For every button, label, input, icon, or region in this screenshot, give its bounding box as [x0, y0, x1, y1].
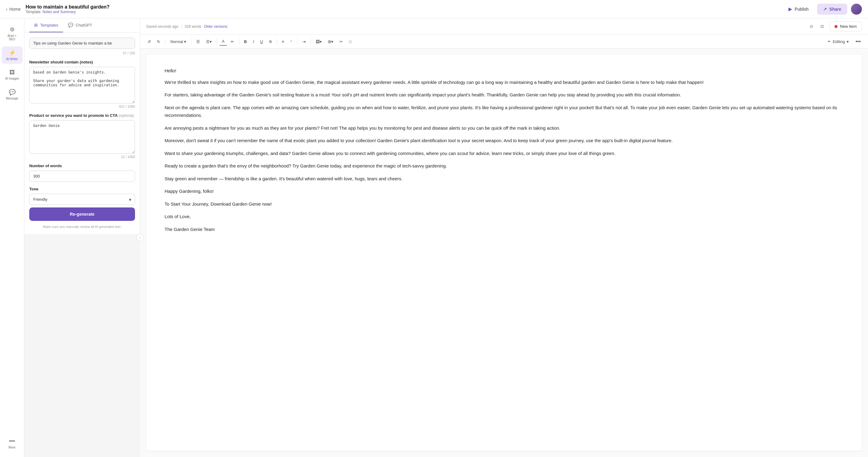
- pencil-icon: ✏: [828, 39, 831, 44]
- share-button[interactable]: ↗ Share: [817, 4, 847, 15]
- editor-content[interactable]: Hello! We're thrilled to share insights …: [146, 55, 862, 451]
- cta-textarea[interactable]: [29, 120, 135, 154]
- doc-template: Template: Notes and Summary: [26, 10, 110, 14]
- cta-char-count: 12 / 1000: [29, 155, 135, 159]
- text-color-button[interactable]: A: [219, 37, 227, 46]
- notes-textarea[interactable]: [29, 67, 135, 104]
- message-icon: 💬: [9, 89, 16, 95]
- saved-status: Saved seconds ago: [146, 24, 178, 29]
- more-icon: •••: [9, 438, 15, 445]
- paragraph-4: Are annoying pests a nightmare for you a…: [164, 124, 844, 132]
- main-layout: ⚙ Brief + SEO ⚡ AI Writer 🖼 AI Images 💬 …: [0, 18, 868, 457]
- redo-button[interactable]: ↻: [155, 38, 163, 46]
- fmt-separator-4: [239, 38, 239, 45]
- paragraph-2: For starters, taking advantage of the Ga…: [164, 91, 844, 99]
- cta-label: Product or service you want to promote i…: [29, 113, 135, 118]
- comment-button[interactable]: □: [346, 38, 354, 46]
- format-style-label: Normal: [170, 39, 183, 44]
- template-link[interactable]: Notes and Summary: [42, 10, 75, 14]
- sidebar-item-message[interactable]: 💬 Message: [2, 86, 23, 103]
- editor-toolbar-left: Saved seconds ago | 328 words Older vers…: [146, 24, 227, 29]
- format-toolbar: ↺ ↻ Normal ▾ ☰ ☰▾ A ✏ B I U S ≡ ⁼ ⇥ 🖼▾: [140, 35, 868, 49]
- chatgpt-tab-icon: 💬: [68, 23, 73, 27]
- tone-label: Tone: [29, 187, 135, 191]
- regenerate-button[interactable]: Re-generate: [29, 207, 135, 221]
- fmt-separator-1: [165, 38, 165, 45]
- words-label: Number of words: [29, 164, 135, 168]
- templates-panel-wrapper: ⊞ Templates 💬 ChatGPT 57 / 150 Newslette…: [24, 18, 140, 457]
- sidebar-item-ai-images[interactable]: 🖼 AI Images: [2, 66, 23, 83]
- editor-toolbar-right: ⊙ ⊡ New Item: [808, 21, 862, 31]
- editor-icon-btn-1[interactable]: ⊙: [808, 23, 815, 30]
- chevron-down-icon: ▾: [184, 39, 186, 44]
- icon-sidebar: ⚙ Brief + SEO ⚡ AI Writer 🖼 AI Images 💬 …: [0, 18, 24, 457]
- templates-tab-icon: ⊞: [34, 23, 38, 27]
- underline-button[interactable]: U: [258, 38, 266, 46]
- fmt-separator-5: [277, 38, 277, 45]
- chatgpt-tab-label: ChatGPT: [75, 23, 92, 27]
- paragraph-happy: Happy Gardening, folks!: [164, 187, 844, 195]
- notes-char-count: 621 / 1000: [29, 105, 135, 108]
- fmt-separator-7: [311, 38, 311, 45]
- nav-right: ▶ Publish ↗ Share: [783, 4, 862, 15]
- new-item-button[interactable]: New Item: [829, 21, 862, 31]
- publish-button[interactable]: ▶ Publish: [783, 4, 813, 15]
- search-char-count: 57 / 150: [29, 51, 135, 55]
- home-label: Home: [9, 7, 21, 11]
- bullet-list-button[interactable]: ≡: [279, 38, 287, 46]
- avatar[interactable]: [851, 4, 862, 15]
- strikethrough-button[interactable]: S: [267, 38, 274, 46]
- paragraph-3: Next on the agenda is plant care. The ap…: [164, 104, 844, 119]
- numbered-list-button[interactable]: ⁼: [288, 38, 295, 46]
- align-button[interactable]: ☰: [194, 38, 203, 46]
- editor-toolbar-top: Saved seconds ago | 328 words Older vers…: [140, 18, 868, 35]
- more-options-button[interactable]: •••: [853, 37, 863, 46]
- format-style-dropdown[interactable]: Normal ▾: [168, 38, 189, 46]
- editor-icon-btn-2[interactable]: ⊡: [818, 23, 826, 30]
- paragraph-love: Lots of Love,: [164, 212, 844, 221]
- template-search-input[interactable]: [29, 37, 135, 49]
- lightning-icon: ⚡: [9, 50, 16, 56]
- paragraph-7: Ready to create a garden that's the envy…: [164, 162, 844, 170]
- chevron-left-icon: ‹: [6, 7, 8, 11]
- share-icon: ↗: [823, 7, 827, 11]
- fmt-separator-6: [297, 38, 298, 45]
- table-button[interactable]: ⊞▾: [326, 38, 336, 46]
- sidebar-item-ai-writer[interactable]: ⚡ AI Writer: [2, 46, 23, 64]
- clear-format-button[interactable]: ✂: [337, 38, 345, 46]
- panel-tabs: ⊞ Templates 💬 ChatGPT: [24, 18, 140, 33]
- sidebar-item-brief-seo[interactable]: ⚙ Brief + SEO: [2, 23, 23, 44]
- disclaimer-text: Make sure you manually review all AI gen…: [29, 225, 135, 229]
- tone-select[interactable]: Friendly Professional Casual Formal: [29, 194, 135, 205]
- publish-icon: ▶: [788, 6, 792, 12]
- editing-chevron-icon: ▾: [847, 39, 849, 44]
- home-button[interactable]: ‹ Home: [6, 7, 21, 11]
- editing-label: Editing: [833, 39, 845, 44]
- align-dropdown[interactable]: ☰▾: [204, 38, 214, 46]
- paragraph-6: Want to share your gardening triumphs, c…: [164, 149, 844, 158]
- doc-title: How to maintain a beautiful garden?: [26, 4, 110, 10]
- italic-button[interactable]: I: [250, 38, 257, 46]
- paragraph-hello: Hello!: [164, 67, 844, 75]
- fmt-separator-3: [217, 38, 217, 45]
- words-input[interactable]: [29, 171, 135, 182]
- paragraph-1: We're thrilled to share insights on how …: [164, 78, 844, 86]
- tab-chatgpt[interactable]: 💬 ChatGPT: [63, 18, 97, 32]
- bold-button[interactable]: B: [242, 38, 249, 46]
- sidebar-item-more[interactable]: ••• More: [2, 435, 23, 452]
- gear-icon: ⚙: [10, 26, 14, 33]
- templates-tab-label: Templates: [40, 23, 58, 27]
- collapse-panel-button[interactable]: ‹: [136, 234, 144, 241]
- top-navigation: ‹ Home How to maintain a beautiful garde…: [0, 0, 868, 18]
- editing-mode-button[interactable]: ✏ Editing ▾: [825, 38, 852, 46]
- undo-button[interactable]: ↺: [145, 38, 153, 46]
- panel-content: 57 / 150 Newsletter should contain (note…: [24, 33, 140, 234]
- paragraph-team: The Garden Genie Team: [164, 225, 844, 233]
- tab-templates[interactable]: ⊞ Templates: [29, 18, 63, 32]
- image-button[interactable]: 🖼▾: [313, 38, 324, 46]
- paragraph-8: Stay green and remember — friendship is …: [164, 175, 844, 183]
- highlight-button[interactable]: ✏: [228, 38, 237, 46]
- doc-title-section: How to maintain a beautiful garden? Temp…: [26, 4, 110, 14]
- indent-button[interactable]: ⇥: [300, 38, 308, 46]
- older-versions-link[interactable]: Older versions: [204, 24, 227, 29]
